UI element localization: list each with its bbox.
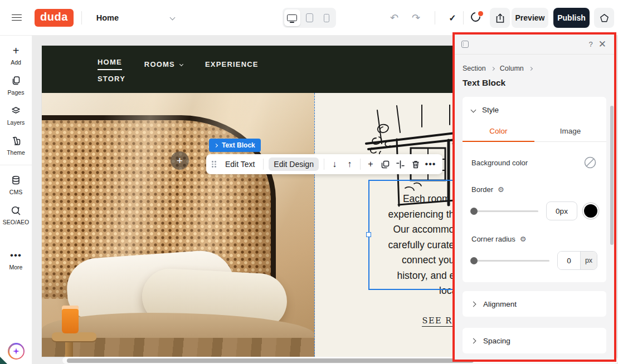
resize-handle-left[interactable] <box>366 232 371 237</box>
edit-text-button[interactable]: Edit Text <box>220 160 260 169</box>
undo-icon[interactable]: ↶ <box>383 12 405 24</box>
stool <box>52 332 96 341</box>
editor-sidebar: + Add Pages Layers Theme CMS SEO/AEO •••… <box>0 36 32 364</box>
notifications-button[interactable] <box>471 12 482 23</box>
top-bar: duda Home ↶ ↷ ✓ Preview Publish <box>0 0 618 36</box>
chevron-right-icon <box>214 143 218 147</box>
sparkle-icon <box>12 347 20 355</box>
tab-color[interactable]: Color <box>463 122 534 141</box>
redo-icon[interactable]: ↷ <box>405 12 427 24</box>
bedroom-photo[interactable] <box>42 93 315 357</box>
image-add-overlay-button[interactable]: + <box>171 151 189 170</box>
slider-knob[interactable] <box>470 208 478 215</box>
style-card: Style Color Image Background color Borde… <box>463 97 606 282</box>
stretch-button[interactable] <box>393 156 408 173</box>
alignment-section-toggle[interactable]: Alignment <box>463 291 606 317</box>
corner-radius-control: px <box>471 251 597 270</box>
border-color-swatch[interactable] <box>584 204 597 218</box>
add-element-button[interactable]: + <box>363 156 378 173</box>
corner-radius-input[interactable] <box>558 252 580 269</box>
site-nav-home[interactable]: HOME <box>98 58 122 70</box>
see-rooms-link[interactable]: SEE RO <box>320 316 460 325</box>
tablet-view-button[interactable] <box>301 9 318 26</box>
publish-button[interactable]: Publish <box>553 8 590 28</box>
corner-radius-unit: px <box>580 252 597 269</box>
preview-button[interactable]: Preview <box>512 8 548 28</box>
inspector-panel: ? ✕ Section Column Text Block Style Colo… <box>455 35 614 360</box>
corner-radius-settings-gear-icon[interactable]: ⚙ <box>520 235 527 243</box>
breadcrumb: Section Column <box>463 65 606 72</box>
copy-icon <box>381 160 390 169</box>
corner-radius-slider[interactable] <box>471 260 549 262</box>
chevron-right-icon <box>471 301 476 307</box>
ellipsis-icon: ••• <box>10 250 22 261</box>
slider-knob[interactable] <box>470 257 478 264</box>
theme-icon <box>11 135 21 146</box>
divider <box>81 11 82 24</box>
border-width-slider[interactable] <box>471 210 538 212</box>
site-nav-story[interactable]: STORY <box>98 75 125 83</box>
breadcrumb-section[interactable]: Section <box>463 65 486 72</box>
divider <box>435 11 435 24</box>
sidebar-item-add[interactable]: + Add <box>0 45 32 66</box>
no-color-icon[interactable] <box>583 155 597 170</box>
duplicate-button[interactable] <box>378 156 393 173</box>
close-panel-button[interactable]: ✕ <box>597 40 607 49</box>
delete-button[interactable] <box>408 156 423 173</box>
site-nav-experience[interactable]: EXPERIENCE <box>205 60 259 68</box>
monitor-icon <box>287 14 297 21</box>
saved-check-icon: ✓ <box>443 13 461 23</box>
database-icon <box>11 175 21 186</box>
style-tabs: Color Image <box>463 122 606 142</box>
edit-design-button[interactable]: Edit Design <box>269 158 319 171</box>
desktop-view-button[interactable] <box>284 9 300 26</box>
panel-scrollbar-thumb[interactable] <box>610 106 614 245</box>
sidebar-item-theme[interactable]: Theme <box>0 135 32 156</box>
sidebar-item-more[interactable]: ••• More <box>0 250 32 270</box>
background-color-label: Background color <box>471 159 528 167</box>
share-button[interactable] <box>490 8 510 28</box>
ai-assistant-button[interactable] <box>8 343 25 360</box>
corner-radius-label: Corner radius <box>471 235 515 243</box>
trash-icon <box>412 160 420 169</box>
sidebar-item-pages[interactable]: Pages <box>0 75 32 96</box>
stool <box>65 340 73 357</box>
sidebar-divider <box>0 165 32 165</box>
style-section-toggle[interactable]: Style <box>463 97 606 117</box>
tab-image[interactable]: Image <box>534 122 606 141</box>
mobile-view-button[interactable] <box>318 9 334 26</box>
move-down-button[interactable]: ↓ <box>327 156 342 173</box>
page-selector-dropdown[interactable]: Home <box>96 13 174 22</box>
breadcrumb-column[interactable]: Column <box>500 65 524 72</box>
chevron-down-icon <box>471 107 476 113</box>
spacing-section-toggle[interactable]: Spacing <box>463 328 606 353</box>
tablet-icon <box>306 13 313 22</box>
element-toolbar: Edit Text Edit Design ↓ ↑ + ••• <box>206 154 442 174</box>
home-pentagon-icon <box>600 13 609 23</box>
corner-artifact <box>0 357 7 364</box>
border-width-control <box>471 201 597 220</box>
border-settings-gear-icon[interactable]: ⚙ <box>498 185 504 194</box>
page-selector-label: Home <box>96 13 119 22</box>
border-label: Border <box>471 185 493 194</box>
dock-panel-icon[interactable] <box>461 41 469 48</box>
duda-logo: duda <box>35 9 74 27</box>
sidebar-item-cms[interactable]: CMS <box>0 175 32 195</box>
chevron-right-icon <box>471 338 476 343</box>
sidebar-item-seo-aeo[interactable]: SEO/AEO <box>0 205 32 225</box>
sidebar-item-layers[interactable]: Layers <box>0 105 32 126</box>
drag-handle-icon[interactable] <box>212 161 216 168</box>
chevron-right-icon <box>491 66 495 70</box>
move-up-button[interactable]: ↑ <box>342 156 357 173</box>
text-block-chip[interactable]: Text Block <box>209 139 261 152</box>
pages-icon <box>11 75 21 86</box>
dashboard-home-button[interactable] <box>594 8 614 28</box>
horizontal-scrollbar-thumb[interactable] <box>67 358 474 363</box>
border-width-input[interactable] <box>546 201 577 220</box>
hamburger-menu-icon[interactable] <box>12 14 22 21</box>
chevron-down-icon <box>179 62 183 66</box>
help-button[interactable]: ? <box>585 40 597 48</box>
panel-header: ? ✕ <box>455 35 614 55</box>
site-nav-rooms[interactable]: ROOMS <box>144 60 183 68</box>
more-options-button[interactable]: ••• <box>423 156 438 173</box>
